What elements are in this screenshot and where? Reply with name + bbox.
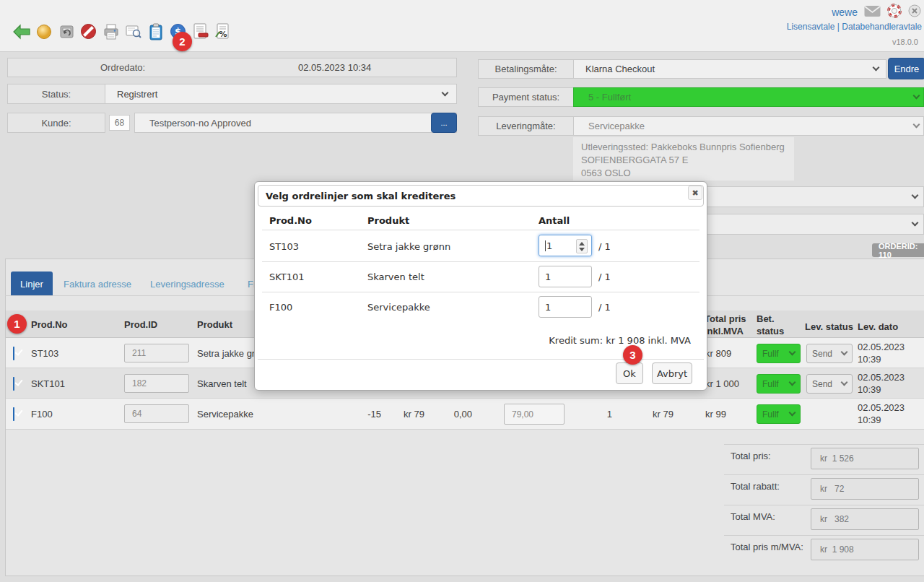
credit-note-icon[interactable] <box>191 22 210 41</box>
prod-id-input[interactable] <box>124 344 189 362</box>
tab-leveringsadresse[interactable]: Leveringsadresse <box>150 279 225 290</box>
lev-status-select[interactable]: Send <box>806 344 853 363</box>
cell-prod-no: F100 <box>31 409 53 420</box>
user-link[interactable]: wewe <box>832 6 858 18</box>
antall-input[interactable]: 1 <box>539 296 592 318</box>
edit-percent-icon[interactable]: % <box>213 22 232 41</box>
chevron-down-icon <box>442 89 449 96</box>
total-rabatt-value: kr 72 <box>820 484 844 494</box>
antall-input[interactable]: 1 <box>539 235 592 256</box>
annotation-badge-2: 2 <box>173 32 192 51</box>
cell-antall: 1 <box>598 409 612 420</box>
svg-text:%: % <box>219 30 227 39</box>
betaling-select[interactable]: Klarna Checkout <box>573 59 886 79</box>
version-label: v18.0.0 <box>892 38 918 46</box>
status-select[interactable]: Registrert <box>105 84 457 104</box>
kunde-label-cell: Kunde: <box>7 113 105 133</box>
levering-value: Servicepakke <box>588 121 645 131</box>
total-pris-mva-label: Total pris m/MVA: <box>731 542 803 552</box>
table-row: F100 Servicepakke -15 kr 79 0,00 1 kr 79… <box>6 399 924 430</box>
ok-button[interactable]: Ok <box>616 362 643 384</box>
text-caret <box>545 240 546 251</box>
tab-linjer[interactable]: Linjer <box>11 272 53 296</box>
help-lifering-icon[interactable] <box>887 4 902 21</box>
cell-lev-dato: 02.05.2023 10:39 <box>858 401 915 426</box>
spinner-control[interactable] <box>576 239 588 253</box>
antall-max: / 1 <box>598 302 611 313</box>
bet-status-value: Fullf <box>762 379 779 389</box>
payment-status-value: 5 - Fullført <box>588 92 631 103</box>
endre-button[interactable]: Endre <box>888 58 924 79</box>
spin-down-icon[interactable] <box>579 248 585 251</box>
kunde-name-field[interactable]: Testperson-no Approved <box>134 113 457 133</box>
prod-id-input[interactable] <box>124 374 189 393</box>
levering-select[interactable]: Servicepakke <box>573 116 924 136</box>
cell-produkt: Skarven telt <box>197 378 247 389</box>
modal-col-antall: Antall <box>539 215 570 226</box>
tab-faktura-adresse[interactable]: Faktura adresse <box>64 279 131 290</box>
kunde-browse-button[interactable]: ... <box>431 113 457 133</box>
modal-cell-produkt: Setra jakke grønn <box>367 241 450 252</box>
chevron-down-icon <box>873 64 880 71</box>
levering-label: Leveringmåte: <box>496 121 555 131</box>
total-pris-field: kr 1 526 <box>811 448 919 469</box>
prod-id-input[interactable] <box>124 404 189 423</box>
modal-col-produkt: Produkt <box>367 215 409 226</box>
print-icon[interactable] <box>101 22 121 41</box>
row-checkbox[interactable] <box>13 407 14 421</box>
bet-status-select[interactable]: Fullf <box>757 344 801 363</box>
betaling-label-cell: Betalingsmåte: <box>478 59 574 79</box>
chevron-down-icon <box>913 92 920 100</box>
close-icon[interactable] <box>908 4 921 20</box>
cell-lev-dato: 02.05.2023 10:39 <box>858 341 915 365</box>
kunde-label: Kunde: <box>41 118 71 129</box>
totals-divider <box>724 505 924 505</box>
preview-icon[interactable] <box>123 22 143 41</box>
modal-cell-prod-no: ST103 <box>269 241 299 252</box>
row-checkbox[interactable] <box>13 347 14 360</box>
mail-icon[interactable] <box>864 5 881 20</box>
cell-total-pris: kr 809 <box>705 348 731 359</box>
legal-links[interactable]: Lisensavtale | Databehandleravtale <box>787 22 922 32</box>
bet-status-select[interactable]: Fullf <box>757 404 801 424</box>
kunde-browse-label: ... <box>440 118 447 127</box>
delivery-address-line: Utleveringssted: Pakkeboks Bunnpris Sofi… <box>581 141 786 154</box>
dialog-title: Velg ordrelinjer som skal krediteres <box>266 191 456 201</box>
titlebar-right: wewe <box>832 4 921 21</box>
bet-status-select[interactable]: Fullf <box>757 374 801 394</box>
lev-status-value: Send <box>812 379 832 389</box>
badge-number: 3 <box>629 349 635 361</box>
row-checkbox[interactable] <box>13 377 14 391</box>
back-icon[interactable] <box>12 22 31 41</box>
orderid-badge: ORDERID: 110 <box>872 243 924 257</box>
payment-status-select[interactable]: 5 - Fullført <box>573 87 924 107</box>
orderid-value: ORDERID: 110 <box>879 242 924 259</box>
cell-total-pris: kr 1 000 <box>705 378 739 389</box>
status-label-cell: Status: <box>7 84 105 104</box>
total-rabatt-field: kr 72 <box>811 478 919 500</box>
antall-max: / 1 <box>598 241 611 252</box>
cell-rabatt-pct: -15 <box>352 409 381 420</box>
pris-input[interactable] <box>504 404 565 425</box>
status-label: Status: <box>42 89 71 100</box>
lev-status-select[interactable]: Send <box>806 374 853 394</box>
chevron-down-icon <box>912 192 919 199</box>
levering-label-cell: Leveringmåte: <box>478 116 574 136</box>
avbryt-button[interactable]: Avbryt <box>652 362 692 384</box>
cancel-icon[interactable] <box>79 22 98 41</box>
antall-value: 1 <box>546 240 552 251</box>
kunde-id-field[interactable]: 68 <box>109 115 130 131</box>
payment-status-label-cell: Payment status: <box>478 87 574 107</box>
total-pris-label: Total pris: <box>731 451 771 461</box>
antall-input[interactable]: 1 <box>539 266 592 287</box>
status-value: Registrert <box>117 89 157 100</box>
col-prod-id: Prod.ID <box>124 318 157 331</box>
orb-icon[interactable] <box>34 22 53 41</box>
cell-sum: kr 79 <box>645 409 674 420</box>
cell-prod-no: SKT101 <box>31 378 65 389</box>
export-icon[interactable] <box>56 22 76 41</box>
notes-icon[interactable] <box>146 22 165 41</box>
dialog-titlebar[interactable]: Velg ordrelinjer som skal krediteres <box>258 185 704 207</box>
dialog-close-button[interactable]: ✖ <box>688 186 702 200</box>
spin-up-icon[interactable] <box>579 242 585 246</box>
